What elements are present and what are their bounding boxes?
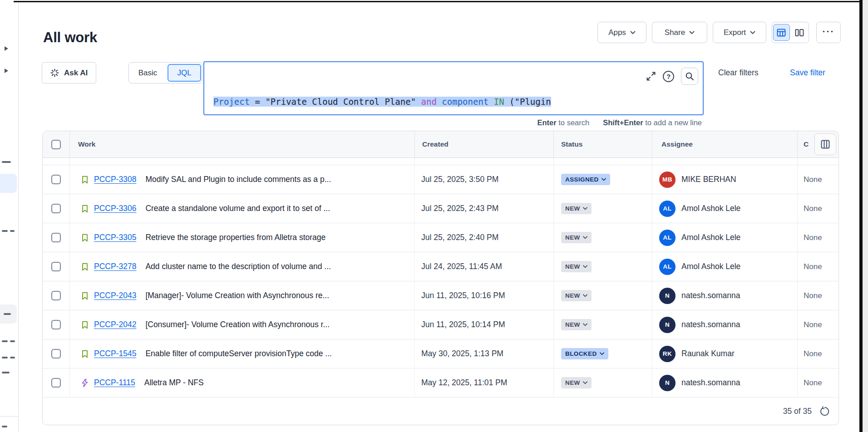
status-badge[interactable]: BLOCKED [561,348,608,359]
row-checkbox[interactable] [51,204,61,213]
table-row[interactable]: PCCP-3305 Retrieve the storage propertie… [43,223,838,252]
sidebar-selected-item[interactable] [0,174,17,193]
expand-editor-button[interactable] [646,71,656,81]
table-row[interactable]: PCCP-3308 Modify SAL and Plugin to inclu… [43,165,838,194]
status-badge[interactable]: NEW [561,319,592,330]
column-header-assignee[interactable]: Assignee [652,131,797,157]
partial-row [43,158,838,165]
row-checkbox[interactable] [51,349,61,358]
avatar: AL [659,259,676,275]
table-row[interactable]: PCCP-2042 [Consumer]- Volume Creation wi… [43,310,838,339]
chevron-right-icon[interactable] [5,69,8,73]
basic-mode-button[interactable]: Basic [129,69,167,78]
created-cell: Jun 11, 2025, 10:14 PM [414,310,553,339]
status-badge[interactable]: NEW [561,377,592,388]
story-icon [80,262,89,271]
table-row[interactable]: PCCP-1545 Enable filter of computeServer… [43,339,838,368]
chevron-down-icon [750,31,755,34]
jql-token: IN [494,97,504,107]
table-header: Work Created Status Assignee C [43,131,838,158]
avatar: N [659,375,676,391]
jql-editor[interactable]: Project = "Private Cloud Control Plane" … [203,61,704,115]
status-label: NEW [565,205,580,212]
status-badge[interactable]: NEW [561,290,592,301]
table-row[interactable]: PCCP-3278 Add cluster name to the descri… [43,252,838,281]
column-header-created[interactable]: Created [414,131,553,157]
story-icon [80,320,89,329]
assignee-name: Raunak Kumar [681,349,735,358]
sidebar-divider [0,416,19,417]
category-cell: None [797,310,838,339]
issue-summary: Modify SAL and Plugin to include comment… [145,175,331,184]
row-checkbox[interactable] [51,262,61,271]
ask-ai-button[interactable]: Ask AI [42,62,96,83]
clear-filters-button[interactable]: Clear filters [718,68,759,78]
help-button[interactable]: ? [663,71,674,82]
issue-key-link[interactable]: PCCP-1115 [94,378,135,388]
status-badge[interactable]: ASSIGNED [561,174,610,185]
column-header-work[interactable]: Work [69,131,414,157]
created-cell: Jun 11, 2025, 10:16 PM [414,281,553,310]
row-checkbox[interactable] [51,233,61,242]
jql-mode-button[interactable]: JQL [168,64,201,82]
search-button[interactable] [681,68,698,85]
table-view-button[interactable] [773,24,790,41]
view-switcher [772,22,809,43]
shift-enter-key-hint: Shift+Enter [603,118,643,127]
category-cell: None [797,281,838,310]
issue-summary: Create a standalone volume and export it… [145,204,330,213]
select-all-checkbox[interactable] [51,140,61,149]
category-cell: None [797,339,838,368]
status-label: NEW [565,379,580,386]
export-button[interactable]: Export [713,22,766,43]
search-hints: Enter to searchShift+Enter to add a new … [203,118,702,127]
issue-key-link[interactable]: PCCP-3278 [94,262,136,271]
avatar: RK [659,346,676,362]
issue-summary: Enable filter of computeServer provision… [145,349,332,358]
column-header-status[interactable]: Status [553,131,652,157]
refresh-icon [819,406,829,417]
table-row[interactable]: PCCP-1115 Alletra MP - NFS May 12, 2025,… [43,368,838,398]
chevron-down-icon [583,381,587,384]
jql-editor-actions: ? [646,68,698,85]
status-badge[interactable]: NEW [561,261,592,272]
refresh-button[interactable] [819,406,829,417]
row-checkbox[interactable] [51,291,61,300]
issue-key-link[interactable]: PCCP-3306 [94,204,136,213]
created-cell: Jul 25, 2025, 3:50 PM [414,165,553,194]
table-view-icon [776,28,786,38]
search-icon [685,72,694,81]
chevron-right-icon[interactable] [5,46,8,51]
detail-view-button[interactable] [791,24,808,41]
save-filter-button[interactable]: Save filter [790,68,825,78]
category-cell: None [797,165,838,194]
status-badge[interactable]: NEW [561,203,592,214]
apps-button[interactable]: Apps [597,22,646,43]
table-row[interactable]: PCCP-3306 Create a standalone volume and… [43,194,838,223]
row-checkbox[interactable] [51,378,61,388]
table-row[interactable]: PCCP-2043 [Manager]- Volume Creation wit… [43,281,838,310]
column-settings-button[interactable] [814,133,836,155]
more-actions-button[interactable]: ··· [816,22,841,43]
share-label: Share [665,28,685,37]
enter-key-hint: Enter [538,118,557,127]
created-cell: Jul 24, 2025, 11:45 AM [414,252,553,281]
issue-summary: Alletra MP - NFS [144,378,204,388]
jql-token [488,97,493,107]
shift-enter-hint-text: to add a new line [643,118,702,127]
issue-key-link[interactable]: PCCP-1545 [94,349,136,358]
nav-fragment [10,230,15,232]
issue-summary: Retrieve the storage properties from All… [145,233,326,242]
share-button[interactable]: Share [652,22,707,43]
status-badge[interactable]: NEW [561,232,592,243]
issue-key-link[interactable]: PCCP-3308 [94,175,136,184]
row-count: 35 of 35 [783,407,812,416]
category-cell: None [797,368,838,397]
issue-key-link[interactable]: PCCP-3305 [94,233,136,242]
avatar: MB [659,172,676,188]
issue-key-link[interactable]: PCCP-2042 [94,320,136,329]
row-checkbox[interactable] [51,320,61,329]
issue-key-link[interactable]: PCCP-2043 [94,291,136,300]
row-checkbox[interactable] [51,175,61,184]
category-cell: None [797,194,838,223]
